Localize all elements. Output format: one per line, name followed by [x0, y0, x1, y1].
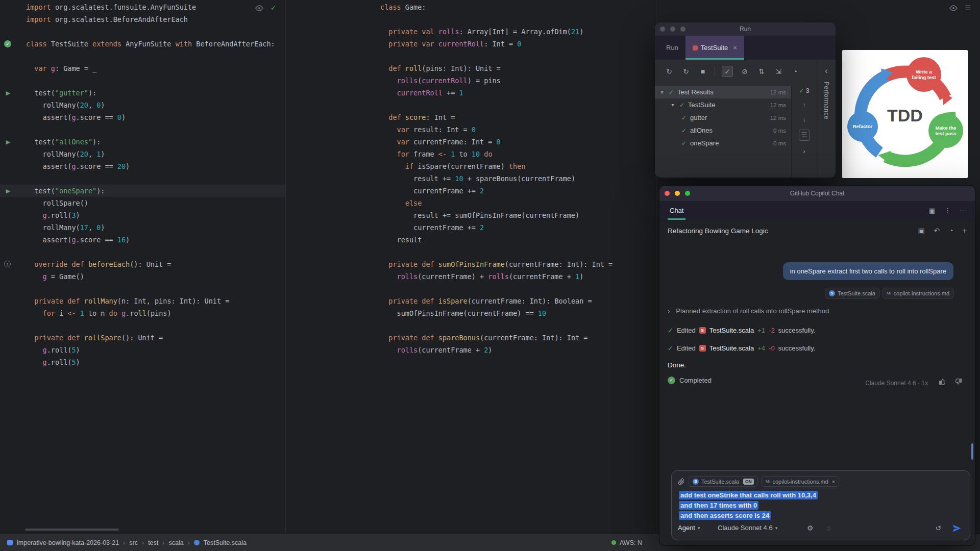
close-window-button[interactable] — [665, 191, 670, 196]
breadcrumb-item[interactable]: scala — [168, 539, 183, 546]
new-chat-icon[interactable]: + — [963, 227, 967, 235]
code-line[interactable]: rollMany(20, 0) — [0, 99, 285, 111]
expand-icon[interactable]: › — [803, 147, 805, 155]
code-line[interactable] — [0, 26, 285, 38]
performance-tab-label[interactable]: Performance — [823, 82, 830, 119]
instructions-icon[interactable]: ◌ — [826, 524, 830, 532]
code-line[interactable]: private def isSpare(currentFrame: Int): … — [286, 295, 656, 307]
code-line[interactable] — [0, 172, 285, 185]
code-line[interactable]: else — [286, 197, 656, 209]
code-line[interactable]: import org.scalatest.funsuite.AnyFunSuit… — [0, 1, 285, 13]
code-line[interactable]: ▶ test("gutter"): — [0, 87, 285, 99]
chevron-right-icon[interactable]: › — [668, 307, 670, 315]
code-line[interactable]: import org.scalatest.BeforeAndAfterEach — [0, 13, 285, 26]
code-line[interactable]: var currentFrame: Int = 0 — [286, 136, 656, 148]
tab-run[interactable]: Run — [659, 36, 685, 60]
code-line[interactable] — [0, 246, 285, 258]
minimize-window-button[interactable] — [670, 27, 675, 32]
code-line[interactable]: g.roll(5) — [0, 356, 285, 368]
minimize-window-button[interactable] — [675, 191, 680, 196]
kebab-menu-icon[interactable]: ⋮ — [944, 207, 951, 214]
code-line[interactable]: g = Game() — [0, 270, 285, 283]
regenerate-icon[interactable]: ↺ — [935, 524, 941, 532]
editor-pane-testsuite[interactable]: ✓ import org.scalatest.funsuite.AnyFunSu… — [0, 0, 286, 534]
collapse-icon[interactable]: ‹ — [825, 66, 827, 76]
code-line[interactable]: currentRoll += 1 — [286, 87, 656, 99]
code-line[interactable]: ▶ test("allOnes"): — [0, 136, 285, 148]
chat-scrollbar[interactable] — [971, 443, 973, 460]
code-line[interactable] — [286, 283, 656, 295]
code-line[interactable] — [286, 319, 656, 332]
code-line[interactable] — [0, 74, 285, 87]
code-line[interactable]: private def sumOfPinsInFrame(currentFram… — [286, 258, 656, 270]
code-line[interactable]: sumOfPinsInFrame(currentFrame) == 10 — [286, 307, 656, 319]
code-line[interactable] — [286, 99, 656, 111]
model-selector[interactable]: Claude Sonnet 4.6 ▾ — [718, 524, 777, 532]
code-line[interactable]: rolls(currentFrame) + rolls(currentFrame… — [286, 270, 656, 283]
code-line[interactable]: var g: Game = _ — [0, 62, 285, 74]
prompt-text-line[interactable]: and then 17 times with 0 — [679, 500, 818, 511]
code-line[interactable]: assert(g.score == 16) — [0, 234, 285, 246]
code-line[interactable] — [0, 319, 285, 332]
previous-test-icon[interactable]: ↑ — [802, 101, 806, 109]
sort-tests-icon[interactable]: ⇅ — [756, 67, 767, 76]
run-test-icon[interactable]: ▶ — [4, 89, 12, 97]
thumbs-down-icon[interactable] — [954, 378, 963, 386]
test-tree-row[interactable]: ▾✓Test Results12 ms — [655, 86, 791, 98]
edited-file-name[interactable]: TestSuite.scala — [709, 344, 754, 352]
rerun-failed-tests-icon[interactable]: ↻ — [681, 67, 691, 76]
prompt-text-line[interactable]: and then asserts score is 24 — [679, 511, 818, 521]
close-tab-icon[interactable]: × — [733, 44, 737, 52]
chevron-down-icon[interactable]: ▾ — [659, 89, 665, 95]
mode-selector[interactable]: Agent ▾ — [678, 524, 700, 532]
code-line[interactable]: for i <- 1 to n do g.roll(pins) — [0, 307, 285, 319]
zoom-window-button[interactable] — [680, 27, 685, 32]
stop-icon[interactable]: ■ — [698, 67, 708, 76]
undo-icon[interactable]: ↶ — [934, 227, 940, 235]
code-line[interactable] — [0, 123, 285, 136]
chevron-down-icon[interactable]: ▾ — [670, 102, 676, 108]
code-line[interactable]: def score: Int = — [286, 111, 656, 123]
run-test-icon[interactable]: ▶ — [4, 138, 12, 146]
run-test-icon[interactable]: ▶ — [4, 187, 12, 195]
code-line[interactable]: rolls(currentFrame + 2) — [286, 344, 656, 356]
code-line[interactable] — [286, 50, 656, 62]
code-line[interactable]: currentFrame += 2 — [286, 221, 656, 234]
code-line[interactable]: currentFrame += 2 — [286, 185, 656, 197]
prompt-text[interactable]: add test oneStrike that calls roll with … — [679, 490, 818, 521]
edited-file-name[interactable]: TestSuite.scala — [709, 327, 754, 334]
code-line[interactable] — [286, 13, 656, 26]
input-attachment-pill[interactable]: M↓copilot-instructions.md× — [762, 476, 840, 487]
test-tree-row[interactable]: ✓oneSpare0 ms — [655, 137, 791, 149]
send-button[interactable] — [952, 523, 962, 533]
override-method-icon[interactable]: ↑ — [4, 261, 11, 267]
code-line[interactable]: ✓class TestSuite extends AnyFunSuite wit… — [0, 38, 285, 50]
zoom-window-button[interactable] — [685, 191, 690, 196]
no-problems-icon[interactable]: ✓ — [271, 4, 276, 12]
breadcrumb-item[interactable]: test — [148, 539, 158, 546]
code-line[interactable]: ▶ test("oneSpare"): — [0, 185, 285, 197]
attach-icon[interactable] — [678, 478, 685, 485]
code-line[interactable]: result += sumOfPinsInFrame(currentFrame) — [286, 209, 656, 221]
show-ignored-icon[interactable]: ⊘ — [740, 67, 750, 76]
code-line[interactable]: assert(g.score == 20) — [0, 160, 285, 172]
open-in-editor-icon[interactable]: ▣ — [929, 207, 935, 214]
code-line[interactable]: for frame <- 1 to 10 do — [286, 148, 656, 160]
rerun-tests-icon[interactable]: ↻ — [664, 67, 674, 76]
tools-icon[interactable]: ⚙ — [807, 524, 814, 532]
editor-pane-game[interactable]: class Game: private val rolls: Array[Int… — [286, 0, 656, 534]
code-line[interactable] — [286, 246, 656, 258]
prompt-text-line[interactable]: add test oneStrike that calls roll with … — [679, 490, 818, 500]
code-line[interactable]: result — [286, 234, 656, 246]
thumbs-up-icon[interactable] — [938, 378, 946, 386]
code-line[interactable]: def roll(pins: Int): Unit = — [286, 62, 656, 74]
code-line[interactable]: class Game: — [286, 1, 656, 13]
test-history-icon[interactable]: ◔ — [790, 67, 800, 76]
breadcrumb-item[interactable]: imperative-bowling-kata-2026-03-21 — [17, 539, 119, 546]
code-line[interactable]: if isSpare(currentFrame) then — [286, 160, 656, 172]
code-line[interactable]: g.roll(5) — [0, 344, 285, 356]
code-line[interactable]: rolls(currentRoll) = pins — [286, 74, 656, 87]
code-line[interactable]: result += 10 + spareBonus(currentFrame) — [286, 172, 656, 185]
test-tree-row[interactable]: ✓allOnes0 ms — [655, 124, 791, 137]
next-test-icon[interactable]: ↓ — [802, 115, 806, 123]
